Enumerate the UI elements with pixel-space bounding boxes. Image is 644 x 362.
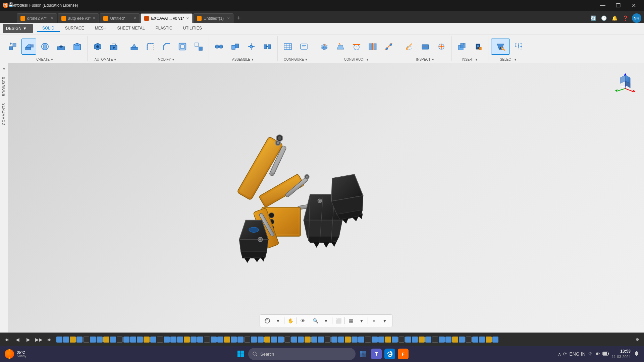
timeline-settings-button[interactable]: ⚙ (633, 336, 641, 344)
extrude-button[interactable] (21, 39, 36, 55)
press-pull-button[interactable] (127, 39, 142, 55)
tab-drone2-close[interactable]: ✕ (51, 16, 53, 20)
maximize-button[interactable]: ❐ (610, 0, 626, 11)
timeline-item-61[interactable] (459, 337, 465, 343)
timeline-item-17[interactable] (164, 337, 170, 343)
user-avatar[interactable]: SK (632, 13, 641, 23)
tab-autp[interactable]: autp eee v3* ✕ (58, 13, 99, 23)
windows-start-button[interactable] (235, 348, 247, 360)
timeline-item-1[interactable] (56, 337, 62, 343)
browser-button[interactable]: BROWSER (1, 74, 6, 99)
rigid-group-button[interactable] (260, 39, 275, 55)
orbit-dropdown[interactable]: ▼ (273, 316, 283, 325)
close-button[interactable]: ✕ (626, 0, 641, 11)
tab-untitled1[interactable]: Untitled*(1) ✕ (193, 13, 233, 23)
select-filter-button[interactable] (491, 39, 510, 55)
tab-mesh[interactable]: MESH (90, 25, 112, 32)
timeline-item-30[interactable] (251, 337, 257, 343)
timeline-item-31[interactable] (258, 337, 264, 343)
timeline-item-26[interactable] (224, 337, 230, 343)
timeline-item-62[interactable] (466, 337, 472, 343)
minimize-button[interactable]: — (595, 0, 610, 11)
timeline-item-46[interactable] (358, 337, 364, 343)
timeline-prev-button[interactable]: ◀ (13, 336, 21, 344)
weather-widget[interactable]: 35°C Sunny (4, 349, 26, 359)
zoom-dropdown[interactable]: ▼ (321, 316, 331, 325)
timeline-item-34[interactable] (278, 337, 284, 343)
chamfer-button[interactable] (159, 39, 174, 55)
timeline-play-button[interactable]: ▶ (24, 336, 32, 344)
tab-excavat-close[interactable]: ✕ (186, 16, 189, 20)
orbit-tool-button[interactable] (263, 316, 272, 325)
tab-sheet-metal[interactable]: SHEET METAL (112, 25, 150, 32)
redo-button[interactable]: ↪ (19, 2, 23, 7)
timeline-item-41[interactable] (325, 337, 331, 343)
select-all-button[interactable] (511, 39, 526, 55)
timeline-item-2[interactable] (63, 337, 69, 343)
look-at-button[interactable]: 👁 (298, 316, 308, 325)
timeline-item-5[interactable] (83, 337, 89, 343)
app-menu-icon[interactable]: ⊞ (3, 1, 7, 8)
timeline-item-37[interactable] (298, 337, 304, 343)
timeline-item-28[interactable] (237, 337, 244, 343)
timeline-item-24[interactable] (211, 337, 217, 343)
tab-drone2[interactable]: drone2 v7* ✕ (17, 13, 57, 23)
time-date-display[interactable]: 13:53 11-03-2024 (612, 349, 631, 359)
insert-derive-button[interactable] (454, 39, 469, 55)
timeline-item-27[interactable] (231, 337, 237, 343)
history-icon[interactable]: 🕐 (600, 14, 608, 22)
timeline-item-4[interactable] (76, 337, 83, 343)
timeline-item-56[interactable] (425, 337, 431, 343)
timeline-item-63[interactable] (472, 337, 478, 343)
timeline-item-58[interactable] (439, 337, 445, 343)
timeline-item-36[interactable] (291, 337, 297, 343)
fillet-button[interactable] (143, 39, 158, 55)
timeline-item-38[interactable] (305, 337, 311, 343)
help-icon[interactable]: ❓ (621, 14, 629, 22)
insert-dropdown-icon[interactable]: ▼ (475, 58, 478, 61)
timeline-first-button[interactable]: ⏮ (3, 336, 11, 344)
view-cube[interactable]: FRONT (612, 68, 639, 95)
timeline-item-29[interactable] (244, 337, 250, 343)
timeline-item-11[interactable] (123, 337, 129, 343)
timeline-item-44[interactable] (345, 337, 351, 343)
configure-dropdown-icon[interactable]: ▼ (305, 58, 308, 61)
timeline-next-button[interactable]: ▶▶ (35, 336, 43, 344)
viewport[interactable]: FRONT ▼ ✋ 👁 🔍 ▼ ⬜ ▦ ▼ (8, 63, 644, 333)
timeline-item-43[interactable] (338, 337, 344, 343)
wifi-icon[interactable] (588, 351, 593, 357)
timeline-item-52[interactable] (398, 337, 405, 343)
timeline-item-23[interactable] (204, 337, 210, 343)
tab-excavat[interactable]: EXCAVAT... v0 v1* ✕ (141, 13, 193, 23)
timeline-item-65[interactable] (486, 337, 492, 343)
taskbar-teams-icon[interactable]: T (370, 348, 382, 360)
tab-surface[interactable]: SURFACE (60, 25, 90, 32)
rules-button[interactable] (297, 39, 311, 55)
grid-snap-button[interactable]: ▪ (369, 316, 379, 325)
timeline-item-45[interactable] (352, 337, 358, 343)
taskbar-search-bar[interactable]: Search (248, 348, 356, 360)
timeline-item-3[interactable] (70, 337, 76, 343)
timeline-item-42[interactable] (331, 337, 337, 343)
tangent-button[interactable] (349, 39, 364, 55)
timeline-item-50[interactable] (385, 337, 391, 343)
sound-icon[interactable] (595, 351, 600, 357)
modify-dropdown-icon[interactable]: ▼ (171, 58, 175, 61)
inspect-dropdown-icon[interactable]: ▼ (431, 58, 435, 61)
construct-dropdown-icon[interactable]: ▼ (366, 58, 369, 61)
joint-button[interactable] (212, 39, 226, 55)
assemble-dropdown-icon[interactable]: ▼ (251, 58, 254, 61)
timeline-item-40[interactable] (318, 337, 324, 343)
timeline-item-9[interactable] (110, 337, 116, 343)
tab-untitled[interactable]: Untitled* ✕ (100, 13, 140, 23)
design-dropdown-button[interactable]: DESIGN ▼ (3, 24, 33, 33)
new-component-button[interactable] (5, 39, 20, 55)
timeline-item-47[interactable] (365, 337, 371, 343)
battery-icon[interactable] (602, 351, 609, 357)
language-display[interactable]: ENG IN (569, 351, 585, 357)
timeline-item-48[interactable] (372, 337, 378, 343)
offset-plane-button[interactable] (317, 39, 332, 55)
timeline-item-35[interactable] (284, 337, 290, 343)
new-tab-button[interactable]: + (234, 13, 244, 23)
timeline-item-18[interactable] (170, 337, 176, 343)
